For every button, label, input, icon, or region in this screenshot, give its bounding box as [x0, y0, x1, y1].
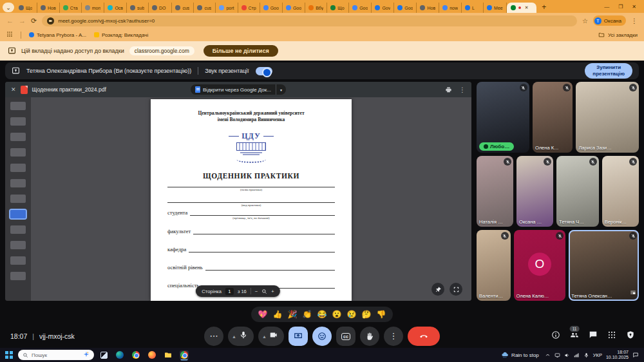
print-icon[interactable]	[445, 86, 452, 93]
pdf-close-icon[interactable]: ✕	[11, 86, 16, 93]
address-bar[interactable]: meet.google.com/vjj-mxoj-csk?authuser=0	[42, 15, 577, 26]
firefox-taskbar-icon[interactable]	[147, 350, 156, 359]
language-indicator[interactable]: УКР	[593, 352, 602, 358]
zoom-in-icon[interactable]: +	[271, 289, 274, 294]
raise-hand-button[interactable]	[360, 327, 379, 346]
bookmark-star-icon[interactable]: ☆	[582, 17, 588, 24]
pdf-thumbnail[interactable]	[10, 117, 26, 126]
browser-tab[interactable]: Goo	[283, 3, 305, 13]
new-tab-button[interactable]: +	[539, 2, 549, 12]
reaction-emoji-button[interactable]: 😂	[317, 310, 327, 318]
presentation-audio-toggle[interactable]	[256, 67, 272, 75]
notification-center-icon[interactable]	[632, 349, 639, 361]
tab-search-button[interactable]: ⌄	[3, 3, 14, 12]
participant-tile[interactable]: ООлена Калю…	[514, 230, 566, 301]
fullscreen-icon[interactable]	[450, 283, 462, 296]
pdf-menu-icon[interactable]: ⋮	[459, 86, 466, 93]
more-options-button[interactable]: ⋮	[384, 327, 403, 346]
participant-tile[interactable]: Тетяна Ч…	[556, 156, 599, 227]
reaction-emoji-button[interactable]: 👎	[376, 310, 386, 318]
all-bookmarks-button[interactable]: Усі закладки	[598, 32, 638, 38]
participant-tile[interactable]: Оксана …	[516, 156, 553, 227]
pdf-thumbnail[interactable]	[10, 102, 26, 110]
reactions-button[interactable]	[312, 327, 332, 346]
taskbar-search[interactable]: Пошук	[18, 350, 94, 360]
browser-tab[interactable]: Gov	[372, 3, 394, 13]
pdf-canvas[interactable]: Центральноукраїнський державний універси…	[31, 97, 471, 301]
task-view-taskbar-icon[interactable]	[99, 350, 108, 359]
edge-taskbar-icon[interactable]	[115, 350, 124, 359]
browser-tab[interactable]: now	[439, 3, 462, 13]
speaker-icon[interactable]	[564, 352, 570, 358]
tray-chevron-icon[interactable]	[545, 352, 551, 358]
reaction-emoji-button[interactable]: 👍	[273, 310, 283, 318]
start-button[interactable]	[5, 351, 13, 359]
reaction-emoji-button[interactable]: 💖	[258, 310, 268, 318]
participant-tile[interactable]: Лариса Зази…	[576, 82, 639, 153]
weather-widget[interactable]: Rain to stop	[501, 351, 539, 359]
browser-tab[interactable]: Що	[15, 3, 37, 13]
open-with-dropdown-icon[interactable]: ▾	[276, 84, 286, 95]
close-button[interactable]: ✕	[632, 4, 636, 10]
present-button[interactable]	[289, 327, 308, 346]
browser-tab[interactable]: cus	[172, 3, 194, 13]
more-reactions-button[interactable]: ⋯	[204, 327, 223, 346]
pdf-thumbnail[interactable]	[10, 256, 26, 265]
browser-tab[interactable]: mon	[82, 3, 105, 13]
forward-icon[interactable]: →	[19, 17, 26, 24]
browser-tab[interactable]: Нов	[417, 3, 439, 13]
minimize-button[interactable]: —	[604, 4, 609, 10]
pdf-thumbnail[interactable]	[10, 133, 26, 141]
pdf-thumbnail[interactable]	[10, 195, 26, 203]
reaction-emoji-button[interactable]: 🎉	[288, 310, 298, 318]
chrome-taskbar-icon[interactable]	[180, 350, 189, 359]
stop-sharing-button[interactable]: Більше не ділитися	[204, 45, 278, 57]
captions-button[interactable]: cc	[336, 327, 355, 346]
taskbar-clock[interactable]: 18:07 10.10.2025	[606, 350, 629, 361]
profile-chip[interactable]: T Оксана	[593, 15, 626, 26]
mic-button[interactable]: ▲	[228, 327, 254, 346]
browser-tab[interactable]: Вбу	[305, 3, 327, 13]
tab-close-icon[interactable]: ✕	[525, 5, 529, 10]
chevron-icon[interactable]: ▲	[262, 334, 267, 339]
page-number-input[interactable]: 1	[225, 288, 234, 295]
browser-tab[interactable]: Goo	[260, 3, 283, 13]
pdf-thumbnail[interactable]	[10, 241, 26, 249]
host-controls-button[interactable]	[626, 330, 635, 342]
pdf-thumbnail-rail[interactable]	[5, 97, 31, 301]
bookmark-item[interactable]: Tetyana Prybora - A...	[29, 32, 86, 38]
reload-icon[interactable]: ⟳	[31, 17, 37, 24]
participant-tile[interactable]: Наталія …	[477, 156, 513, 227]
pdf-thumbnail[interactable]	[10, 210, 26, 218]
unpin-icon[interactable]	[431, 283, 444, 296]
maximize-button[interactable]: ❐	[618, 4, 623, 10]
meeting-details-button[interactable]	[551, 330, 560, 342]
mic-tray-icon[interactable]	[583, 352, 589, 358]
pdf-thumbnail[interactable]	[10, 164, 26, 172]
browser-tab[interactable]: Goo	[349, 3, 372, 13]
pdf-thumbnail[interactable]	[10, 272, 26, 280]
browser-tab[interactable]: DO_	[149, 3, 172, 13]
browser-tab[interactable]: Нов	[37, 3, 60, 13]
chevron-icon[interactable]: ▲	[232, 334, 236, 339]
browser-tab[interactable]: Мее	[484, 3, 507, 13]
pdf-thumbnail[interactable]	[10, 148, 26, 157]
open-with-button[interactable]: Відкрити через Google Док... ▾	[191, 84, 286, 95]
zoom-out-icon[interactable]: −	[255, 289, 258, 294]
pdf-thumbnail[interactable]	[10, 179, 26, 187]
back-icon[interactable]: ←	[6, 17, 14, 24]
chat-button[interactable]	[589, 330, 598, 342]
end-call-button[interactable]	[408, 327, 440, 346]
monitor-icon[interactable]	[554, 352, 560, 358]
browser-menu-icon[interactable]: ⋮	[631, 17, 638, 24]
browser-tab[interactable]: Ста	[60, 3, 82, 13]
browser-tab[interactable]: Осв	[104, 3, 127, 13]
apps-grid-icon[interactable]	[6, 31, 13, 39]
participant-tile[interactable]: Любо…	[477, 82, 529, 153]
participant-tile[interactable]: Олена К…	[533, 82, 573, 153]
participant-tile[interactable]: Валенти…	[477, 230, 511, 301]
activities-button[interactable]	[607, 330, 616, 342]
reaction-emoji-button[interactable]: 👏	[303, 310, 312, 318]
reaction-emoji-button[interactable]: 😢	[346, 310, 356, 318]
chrome-taskbar-icon[interactable]	[131, 350, 140, 359]
